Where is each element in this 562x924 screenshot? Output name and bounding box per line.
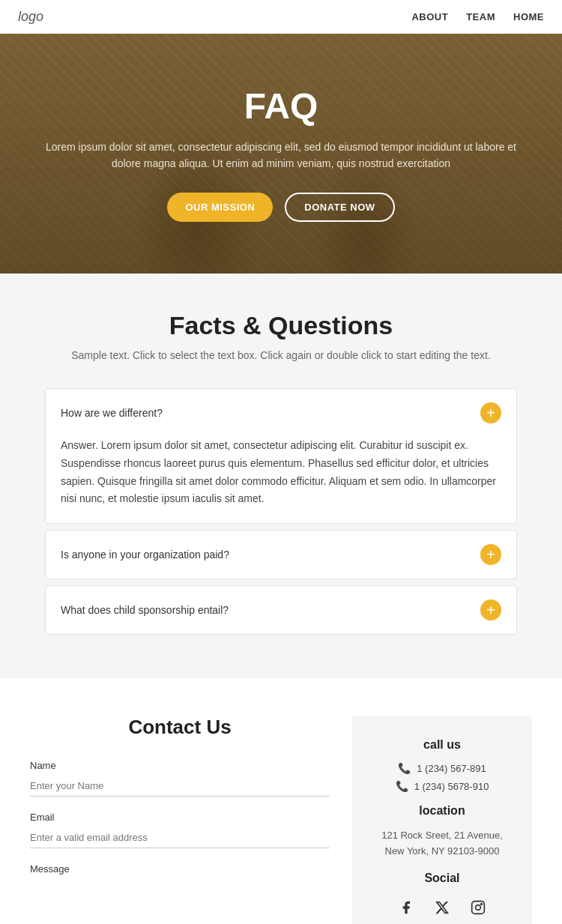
- hero-section: FAQ Lorem ipsum dolor sit amet, consecte…: [0, 34, 562, 274]
- name-input[interactable]: [30, 776, 330, 797]
- address: 121 Rock Sreet, 21 Avenue, New York, NY …: [370, 828, 514, 860]
- faq-question-1[interactable]: How are we different? +: [46, 389, 516, 437]
- contact-form-wrap: Contact Us Name Email Message SUBMIT: [30, 716, 330, 924]
- faq-question-2[interactable]: Is anyone in your organization paid? +: [46, 531, 516, 579]
- facebook-icon[interactable]: [394, 896, 418, 920]
- name-form-group: Name: [30, 760, 330, 797]
- logo: logo: [18, 9, 43, 25]
- phone-1: 1 (234) 567-891: [417, 763, 486, 774]
- faq-subtitle: Sample text. Click to select the text bo…: [45, 349, 517, 361]
- nav-link-home[interactable]: HOME: [513, 11, 544, 22]
- phone-1-row: 📞 1 (234) 567-891: [370, 762, 514, 774]
- twitter-x-icon[interactable]: [430, 896, 454, 920]
- email-label: Email: [30, 812, 330, 823]
- location-title: location: [370, 804, 514, 818]
- hero-buttons: OUR MISSION DONATE NOW: [45, 193, 517, 222]
- faq-question-text-3: What does child sponsorship entail?: [61, 604, 229, 616]
- message-label: Message: [30, 863, 330, 875]
- address-line1: 121 Rock Sreet, 21 Avenue,: [381, 830, 503, 841]
- hero-content: FAQ Lorem ipsum dolor sit amet, consecte…: [0, 85, 562, 223]
- our-mission-button[interactable]: OUR MISSION: [167, 193, 273, 222]
- svg-point-1: [476, 905, 481, 910]
- phone-2-row: 📞 1 (234) 5678-910: [370, 780, 514, 792]
- nav-link-team[interactable]: TEAM: [466, 11, 495, 22]
- phone-icon-2: 📞: [396, 780, 408, 792]
- faq-title: Facts & Questions: [45, 311, 517, 340]
- hero-text: Lorem ipsum dolor sit amet, consectetur …: [45, 139, 517, 172]
- social-icons-row: [370, 896, 514, 920]
- call-us-title: call us: [370, 738, 514, 752]
- email-form-group: Email: [30, 812, 330, 848]
- faq-toggle-1[interactable]: +: [480, 402, 501, 423]
- contact-title: Contact Us: [30, 716, 330, 739]
- address-line2: New York, NY 92103-9000: [385, 845, 500, 857]
- donate-now-button[interactable]: DONATE NOW: [285, 193, 394, 222]
- email-input[interactable]: [30, 827, 330, 848]
- name-label: Name: [30, 760, 330, 771]
- faq-question-text-1: How are we different?: [61, 407, 163, 419]
- faq-item-3: What does child sponsorship entail? +: [45, 585, 517, 635]
- message-textarea[interactable]: [30, 879, 330, 924]
- faq-toggle-3[interactable]: +: [480, 600, 501, 620]
- message-form-group: Message: [30, 863, 330, 924]
- faq-section: Facts & Questions Sample text. Click to …: [0, 274, 562, 678]
- svg-point-2: [481, 903, 483, 905]
- faq-question-text-2: Is anyone in your organization paid?: [61, 549, 229, 561]
- faq-question-3[interactable]: What does child sponsorship entail? +: [46, 586, 516, 634]
- faq-item-2: Is anyone in your organization paid? +: [45, 530, 517, 579]
- svg-rect-0: [472, 901, 485, 914]
- navbar: logo ABOUT TEAM HOME: [0, 0, 562, 34]
- phone-icon-1: 📞: [398, 762, 411, 774]
- social-title: Social: [370, 872, 514, 885]
- faq-answer-1: Answer. Lorem ipsum dolor sit amet, cons…: [46, 437, 516, 523]
- nav-links: ABOUT TEAM HOME: [411, 11, 544, 22]
- contact-section: Contact Us Name Email Message SUBMIT cal…: [0, 678, 562, 924]
- contact-info-panel: call us 📞 1 (234) 567-891 📞 1 (234) 5678…: [352, 716, 532, 924]
- nav-link-about[interactable]: ABOUT: [411, 11, 448, 22]
- faq-item-1: How are we different? + Answer. Lorem ip…: [45, 388, 517, 524]
- phone-2: 1 (234) 5678-910: [414, 781, 489, 792]
- hero-title: FAQ: [45, 85, 517, 127]
- instagram-icon[interactable]: [466, 896, 490, 920]
- faq-toggle-2[interactable]: +: [480, 544, 501, 565]
